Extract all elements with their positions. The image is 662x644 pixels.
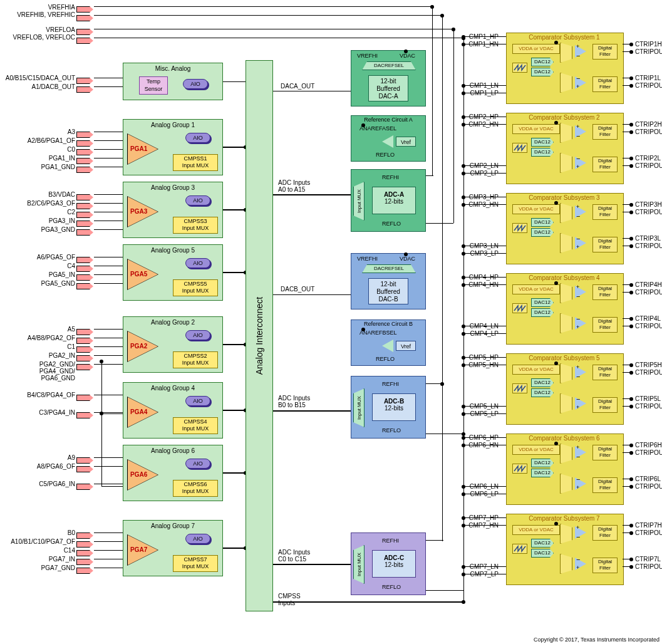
pin-flag bbox=[80, 559, 93, 565]
dot bbox=[629, 485, 633, 489]
dac-a-selmux: DACREFSEL bbox=[362, 61, 416, 70]
wire bbox=[500, 437, 506, 438]
wire bbox=[94, 346, 123, 347]
cmp-dac12-h: DAC12 bbox=[531, 218, 554, 227]
aio-pill: AIO bbox=[185, 195, 210, 205]
wire bbox=[94, 395, 123, 395]
wire bbox=[273, 601, 463, 603]
dac-a-vdac: VDAC bbox=[400, 53, 415, 59]
adc-c-core: ADC-C12-bits bbox=[372, 550, 416, 578]
lbl-adc-c-in: ADC InputsC0 to C15 bbox=[278, 549, 310, 563]
pin-flag bbox=[80, 283, 93, 289]
pga-label: PGA5 bbox=[130, 271, 147, 278]
ref-b-title: Reference Circuit B bbox=[351, 321, 426, 327]
minus-icon: − bbox=[576, 132, 580, 140]
wire bbox=[94, 194, 123, 195]
ref-a-vref: Vref bbox=[396, 137, 416, 147]
dot bbox=[462, 203, 465, 207]
dot bbox=[629, 317, 633, 321]
pin-flag bbox=[80, 346, 93, 353]
wire bbox=[273, 410, 351, 412]
wire bbox=[500, 326, 506, 326]
wire bbox=[94, 78, 123, 78]
wire bbox=[94, 86, 123, 87]
cmp-vdda-mux: VDDA or VDAC bbox=[512, 204, 560, 214]
wire bbox=[94, 274, 123, 275]
dot bbox=[462, 276, 465, 279]
wire bbox=[500, 36, 506, 37]
pin-flag bbox=[80, 203, 93, 209]
pin-label: B4/C8/PGA4_OF bbox=[0, 392, 75, 398]
dot bbox=[404, 49, 408, 53]
aio-pill: AIO bbox=[185, 396, 210, 406]
wire bbox=[500, 124, 506, 125]
adc-a-reflo: REFLO bbox=[382, 221, 401, 227]
dac-b-vdac: VDAC bbox=[400, 256, 415, 262]
misc-pin-label: A0/B15/C15/DACA_OUT bbox=[0, 75, 75, 81]
wire bbox=[500, 566, 506, 567]
cmp-dac12-h: DAC12 bbox=[531, 58, 554, 66]
wire bbox=[463, 253, 500, 254]
pin-flag bbox=[80, 274, 93, 281]
dot bbox=[629, 524, 633, 527]
wire bbox=[463, 246, 500, 246]
ref-b-sel: ANAREFBSEL bbox=[359, 330, 397, 336]
cmp-title: Comparator Subsystem 4 bbox=[506, 274, 623, 281]
cmp-title: Comparator Subsystem 2 bbox=[506, 114, 623, 121]
adc-b-core: ADC-B12-bits bbox=[372, 393, 416, 421]
copyright: Copyright © 2017, Texas Instruments Inco… bbox=[534, 636, 659, 643]
cmp-wave-icon bbox=[512, 303, 527, 313]
dot bbox=[462, 356, 465, 360]
wire bbox=[101, 413, 123, 414]
wire bbox=[463, 124, 500, 125]
pin-label: PGA3_GND bbox=[0, 226, 75, 233]
wire bbox=[463, 277, 500, 278]
minus-icon: − bbox=[576, 75, 580, 82]
plus-icon: + bbox=[576, 564, 579, 571]
minus-icon: − bbox=[576, 315, 580, 323]
wire bbox=[500, 494, 506, 494]
wire bbox=[94, 550, 123, 551]
dot bbox=[629, 237, 633, 241]
wire bbox=[94, 221, 123, 221]
aio-pill: AIO bbox=[185, 459, 210, 469]
wire bbox=[463, 486, 500, 487]
wire bbox=[463, 406, 500, 407]
wire bbox=[463, 333, 500, 334]
cmp-out-ol2: CTRIPOUT7L bbox=[635, 563, 662, 570]
dac-b-selmux: DACREFSEL bbox=[362, 264, 416, 273]
wire bbox=[94, 532, 123, 533]
cmp-out-ol2: CTRIPOUT5L bbox=[635, 403, 662, 410]
dot bbox=[462, 164, 465, 168]
wire bbox=[94, 257, 123, 257]
cmp-dac12-h: DAC12 bbox=[531, 459, 554, 467]
dot bbox=[462, 283, 465, 287]
wire bbox=[500, 357, 506, 358]
cmp-filter-h: DigitalFilter bbox=[592, 204, 618, 220]
pin-label: A5 bbox=[0, 326, 75, 333]
plus-icon: + bbox=[576, 204, 579, 210]
minus-icon: − bbox=[576, 475, 580, 483]
wire bbox=[463, 36, 500, 37]
minus-icon: − bbox=[576, 235, 580, 242]
dot bbox=[629, 244, 633, 248]
wire bbox=[500, 525, 506, 526]
pin-vreflobc bbox=[80, 38, 93, 44]
cmp-dac12-l: DAC12 bbox=[531, 549, 554, 558]
dot bbox=[629, 558, 633, 561]
cmpss-mux: CMPSS1Input MUX bbox=[173, 154, 218, 171]
cmp-out-ol1: CTRIP3L bbox=[635, 235, 661, 242]
plus-icon: + bbox=[576, 123, 579, 130]
pin-label: C5/PGA6_IN bbox=[0, 480, 75, 487]
dot bbox=[554, 121, 558, 125]
pin-flag bbox=[80, 541, 93, 548]
dot bbox=[462, 195, 465, 199]
wire bbox=[94, 283, 123, 284]
cmp-title: Comparator Subsystem 6 bbox=[506, 435, 623, 442]
dot bbox=[629, 451, 633, 455]
dot bbox=[462, 485, 465, 489]
dot bbox=[462, 84, 465, 88]
pin-label: PGA1_IN bbox=[0, 155, 75, 162]
cmp-filter-l: DigitalFilter bbox=[592, 477, 618, 493]
pin-flag bbox=[80, 257, 93, 263]
